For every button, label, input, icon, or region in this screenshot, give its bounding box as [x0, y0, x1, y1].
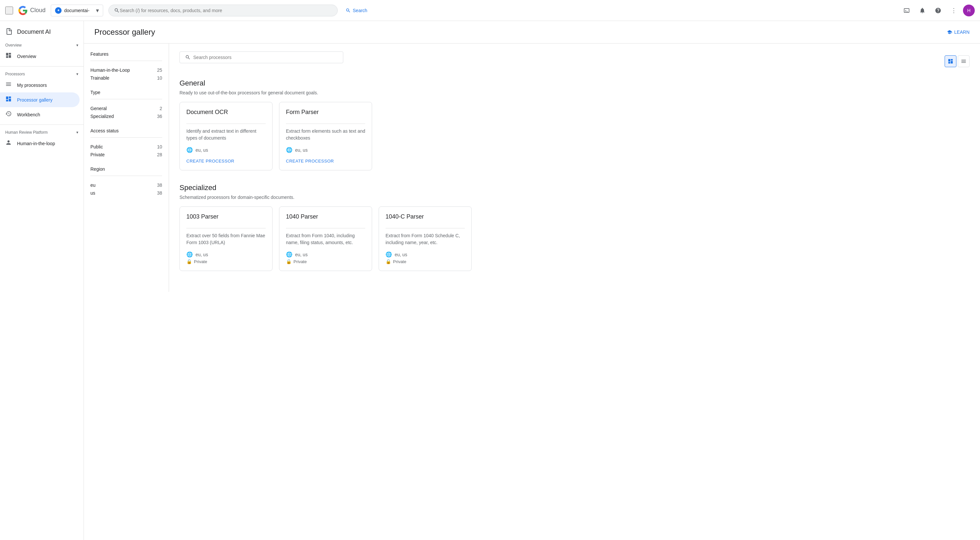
globe-icon-1040: 🌐 — [286, 251, 293, 258]
more-options-button[interactable]: ⋮ — [947, 4, 960, 17]
1003-parser-regions: eu, us — [196, 252, 208, 257]
trainable-filter-label: Trainable — [91, 75, 110, 81]
1003-parser-card[interactable]: 1003 Parser Extract over 50 fields from … — [180, 206, 272, 271]
processor-search-input[interactable] — [193, 55, 338, 60]
view-toggles — [945, 56, 969, 67]
document-ocr-meta: 🌐 eu, us — [186, 147, 266, 153]
region-filter-section: Region eu 38 us 38 — [91, 166, 162, 197]
specialized-section-desc: Schematized processors for domain-specif… — [180, 194, 969, 200]
document-ai-icon — [5, 27, 13, 37]
1003-parser-region-meta: 🌐 eu, us — [186, 251, 266, 258]
eu-filter-label: eu — [91, 183, 95, 188]
specialized-cards-grid: 1003 Parser Extract over 50 fields from … — [180, 206, 969, 271]
create-processor-ocr-button[interactable]: CREATE PROCESSOR — [186, 159, 234, 164]
private-filter-label: Private — [91, 152, 105, 157]
human-in-loop-icon — [5, 139, 12, 147]
1040-parser-card[interactable]: 1040 Parser Extract from Form 1040, incl… — [279, 206, 372, 271]
app-title: Document AI — [17, 29, 51, 35]
page-title: Processor gallery — [94, 27, 155, 37]
search-button[interactable]: Search — [342, 6, 371, 15]
us-filter-count: 38 — [157, 190, 162, 196]
sidebar-item-workbench-label: Workbench — [17, 112, 40, 117]
sidebar-section-hrp[interactable]: Human Review Platform ▾ — [0, 127, 84, 136]
form-parser-desc: Extract form elements such as text and c… — [286, 128, 365, 142]
sidebar-section-processors[interactable]: Processors ▾ — [0, 69, 84, 78]
1040c-parser-desc: Extract from Form 1040 Schedule C, inclu… — [385, 232, 465, 246]
features-divider — [91, 61, 162, 61]
filter-specialized[interactable]: Specialized 36 — [91, 112, 162, 120]
filter-trainable[interactable]: Trainable 10 — [91, 74, 162, 82]
project-selector[interactable]: ✦ documentai- ▾ — [51, 5, 103, 16]
logo-text: Cloud — [30, 7, 46, 14]
document-ocr-desc: Identify and extract text in different t… — [186, 128, 266, 142]
global-search-input[interactable] — [120, 8, 332, 13]
type-filter-title: Type — [91, 90, 162, 95]
processor-search-bar[interactable] — [180, 51, 343, 63]
create-processor-form-button[interactable]: CREATE PROCESSOR — [286, 159, 334, 164]
help-button[interactable] — [932, 4, 945, 17]
global-search-bar[interactable] — [108, 5, 338, 16]
avatar[interactable]: H — [963, 5, 975, 16]
processor-search-icon — [185, 54, 191, 60]
globe-icon-1003: 🌐 — [186, 251, 193, 258]
sidebar: Document AI Overview ▾ Overview Processo… — [0, 21, 84, 540]
general-section-desc: Ready to use out-of-the-box processors f… — [180, 90, 969, 96]
features-filter-section: Features Human-in-the-Loop 25 Trainable … — [91, 51, 162, 82]
terminal-button[interactable] — [900, 4, 913, 17]
1040-parser-regions: eu, us — [295, 252, 307, 257]
form-parser-meta: 🌐 eu, us — [286, 147, 365, 153]
lock-icon-1040c: 🔒 — [385, 259, 391, 264]
1040c-parser-title: 1040-C Parser — [385, 213, 465, 220]
filter-us[interactable]: us 38 — [91, 189, 162, 197]
1040-parser-region-meta: 🌐 eu, us — [286, 251, 365, 258]
eu-filter-count: 38 — [157, 183, 162, 188]
my-processors-icon — [5, 81, 12, 89]
project-name: documentai- — [64, 8, 96, 13]
document-ocr-card[interactable]: Document OCR Identify and extract text i… — [180, 102, 272, 170]
filter-private[interactable]: Private 28 — [91, 151, 162, 159]
1003-parser-desc: Extract over 50 fields from Fannie Mae F… — [186, 232, 266, 246]
sidebar-item-processor-gallery-label: Processor gallery — [17, 97, 52, 103]
trainable-filter-count: 10 — [157, 75, 162, 81]
chevron-processors-icon: ▾ — [76, 72, 78, 76]
document-ocr-regions: eu, us — [196, 147, 208, 153]
sidebar-item-processor-gallery[interactable]: Processor gallery — [0, 92, 80, 107]
sidebar-item-my-processors[interactable]: My processors — [0, 78, 80, 92]
chevron-hrp-icon: ▾ — [76, 130, 78, 135]
1040-parser-access: 🔒 Private — [286, 259, 365, 264]
sidebar-item-overview[interactable]: Overview — [0, 49, 80, 64]
learn-button[interactable]: LEARN — [947, 29, 969, 35]
type-divider — [91, 99, 162, 99]
access-filter-section: Access status Public 10 Private 28 — [91, 128, 162, 159]
sidebar-section-overview[interactable]: Overview ▾ — [0, 40, 84, 49]
general-filter-count: 2 — [159, 106, 162, 111]
chevron-up-icon: ▾ — [76, 43, 78, 48]
filter-eu[interactable]: eu 38 — [91, 181, 162, 189]
1040c-parser-card[interactable]: 1040-C Parser Extract from Form 1040 Sch… — [379, 206, 472, 271]
filter-public[interactable]: Public 10 — [91, 143, 162, 151]
1040c-parser-regions: eu, us — [395, 252, 407, 257]
menu-button[interactable] — [5, 6, 13, 14]
search-button-icon — [345, 8, 351, 13]
filter-general[interactable]: General 2 — [91, 105, 162, 112]
section-label-text: Overview — [5, 43, 22, 48]
learn-button-label: LEARN — [954, 29, 969, 35]
form-parser-card[interactable]: Form Parser Extract form elements such a… — [279, 102, 372, 170]
form-parser-regions: eu, us — [295, 147, 307, 153]
workbench-icon — [5, 110, 12, 119]
general-filter-label: General — [91, 106, 107, 111]
1040c-parser-region-meta: 🌐 eu, us — [385, 251, 465, 258]
access-filter-title: Access status — [91, 128, 162, 133]
project-dot: ✦ — [55, 7, 62, 14]
grid-view-button[interactable] — [945, 56, 956, 67]
1040-parser-title: 1040 Parser — [286, 213, 365, 220]
human-in-the-loop-filter-label: Human-in-the-Loop — [91, 67, 130, 73]
human-in-the-loop-filter-count: 25 — [157, 67, 162, 73]
filter-human-in-the-loop[interactable]: Human-in-the-Loop 25 — [91, 66, 162, 74]
card-divider-1040 — [286, 228, 365, 228]
sidebar-item-workbench[interactable]: Workbench — [0, 107, 80, 122]
sidebar-item-human-in-the-loop[interactable]: Human-in-the-loop — [0, 136, 80, 151]
notifications-button[interactable] — [916, 4, 929, 17]
list-view-button[interactable] — [958, 56, 969, 67]
processors-section-text: Processors — [5, 72, 25, 76]
